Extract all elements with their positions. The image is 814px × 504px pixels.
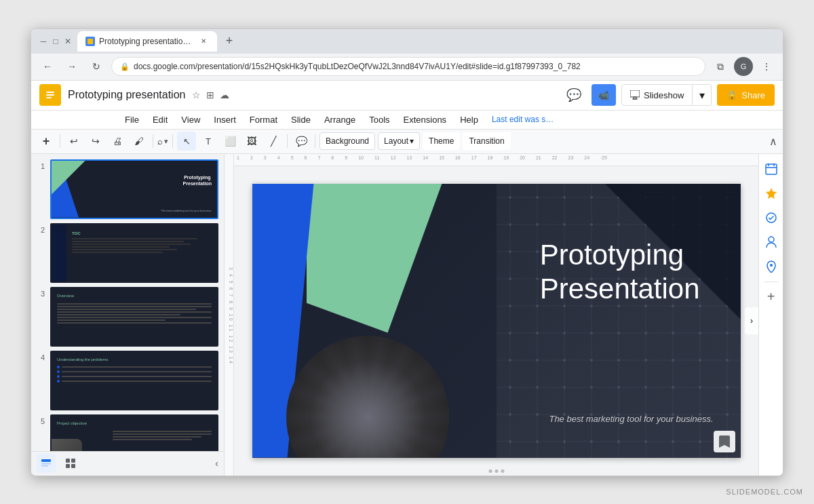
doc-icon <box>39 84 61 106</box>
background-btn[interactable]: Background <box>319 132 375 150</box>
doc-title-actions: ☆ ⊞ ☁ <box>192 90 229 100</box>
calendar-panel-btn[interactable] <box>762 159 781 178</box>
obj-line-4 <box>113 439 192 440</box>
canvas-bookmark-btn[interactable] <box>714 431 735 452</box>
menu-tools[interactable]: Tools <box>364 113 395 126</box>
menu-edit[interactable]: Edit <box>147 113 173 126</box>
comment-icon-btn[interactable]: 💬 <box>562 83 586 107</box>
slide1-subtitle: The best marketing tool for your busines… <box>161 209 212 212</box>
dot-4 <box>57 380 60 383</box>
svg-rect-10 <box>66 459 70 463</box>
menu-insert[interactable]: Insert <box>208 113 241 126</box>
print-btn[interactable]: 🖨 <box>108 132 127 151</box>
image-btn[interactable]: 🖼 <box>242 132 261 151</box>
browser-window: ─ □ ✕ Prototyping presentation - Goo… ✕ … <box>31 28 783 476</box>
lock-share-icon: 🔒 <box>726 90 737 100</box>
menu-file[interactable]: File <box>119 113 144 126</box>
location-icon <box>765 260 777 273</box>
comment-btn[interactable]: 💬 <box>292 132 311 151</box>
toc-line-6 <box>72 252 163 253</box>
star-icon[interactable]: ☆ <box>192 90 201 100</box>
slide-thumb-1[interactable]: 1 PrototypingPresentation The best marke… <box>37 159 218 219</box>
svg-rect-13 <box>71 464 75 468</box>
slide-main-title: Prototyping Presentation <box>540 238 700 307</box>
maximize-btn[interactable]: □ <box>52 37 60 45</box>
obj-line-2 <box>113 433 212 435</box>
list-view-btn[interactable] <box>37 454 56 473</box>
location-panel-btn[interactable] <box>762 257 781 276</box>
menu-extensions[interactable]: Extensions <box>398 113 452 126</box>
slideshow-btn[interactable]: Slideshow <box>621 84 693 106</box>
slide-thumb-4[interactable]: 4 Understanding the problems <box>37 351 218 410</box>
slideshow-dropdown-btn[interactable]: ▾ <box>693 84 712 106</box>
refresh-btn[interactable]: ↻ <box>87 57 106 76</box>
cursor-btn[interactable]: ↖ <box>177 132 196 151</box>
calendar-icon <box>765 163 777 175</box>
layout-btn[interactable]: Layout ▾ <box>378 132 420 150</box>
toc-line-3 <box>72 244 191 245</box>
collapse-panel-btn[interactable]: ‹ <box>215 458 218 469</box>
transition-btn[interactable]: Transition <box>463 132 510 150</box>
slide-num-5: 5 <box>37 417 45 425</box>
add-panel-btn[interactable]: + <box>762 288 781 307</box>
zoom-icon[interactable]: ⌕ <box>157 136 163 147</box>
toolbar-sep-2 <box>153 134 153 148</box>
layout-label: Layout <box>384 136 408 146</box>
grid-view-btn[interactable] <box>61 454 80 473</box>
slide-num-3: 3 <box>37 290 45 298</box>
profile-btn[interactable]: G <box>734 57 753 76</box>
redo-btn[interactable]: ↪ <box>86 132 105 151</box>
shapes-btn[interactable]: ⬜ <box>220 132 239 151</box>
line-btn[interactable]: ╱ <box>264 132 283 151</box>
back-btn[interactable]: ← <box>38 57 57 76</box>
paint-btn[interactable]: 🖌 <box>130 132 149 151</box>
url-text: docs.google.com/presentation/d/15s2HQskH… <box>134 62 581 71</box>
left-ruler-marks: 3 4 5 6 7 8 9 10 11 12 13 14 <box>229 267 233 365</box>
new-tab-btn[interactable]: + <box>220 32 239 51</box>
list-view-icon <box>41 458 52 469</box>
menu-slide[interactable]: Slide <box>286 113 316 126</box>
theme-btn[interactable]: Theme <box>423 132 460 150</box>
dot-1 <box>488 469 492 473</box>
menu-format[interactable]: Format <box>244 113 283 126</box>
check-panel-btn[interactable] <box>762 208 781 227</box>
slide-num-2: 2 <box>37 226 45 234</box>
slide-thumb-5[interactable]: 5 Project objective <box>37 414 218 451</box>
forward-btn[interactable]: → <box>62 57 81 76</box>
cloud-icon[interactable]: ☁ <box>220 90 229 100</box>
canvas-nav-right-btn[interactable]: › <box>745 307 758 334</box>
menu-help[interactable]: Help <box>454 113 484 126</box>
canvas-area[interactable]: Prototyping Presentation The best market… <box>234 166 758 476</box>
minimize-btn[interactable]: ─ <box>39 37 47 45</box>
menu-dots-btn[interactable]: ⋮ <box>757 57 776 76</box>
address-bar[interactable]: 🔒 docs.google.com/presentation/d/15s2HQs… <box>111 57 705 76</box>
overview-line-8 <box>57 322 212 324</box>
svg-rect-3 <box>46 97 52 98</box>
extensions-btn[interactable]: ⧉ <box>711 57 730 76</box>
overview-line-1 <box>57 303 212 305</box>
toolbar-collapse-btn[interactable]: ∧ <box>769 135 777 148</box>
tab-close-btn[interactable]: ✕ <box>198 36 209 47</box>
toolbar-sep-3 <box>172 134 173 148</box>
folder-icon[interactable]: ⊞ <box>206 90 214 100</box>
slide-thumb-2[interactable]: 2 TOC <box>37 223 218 283</box>
active-tab[interactable]: Prototyping presentation - Goo… ✕ <box>77 31 217 52</box>
close-btn[interactable]: ✕ <box>64 37 72 45</box>
toc-line-5 <box>72 249 177 250</box>
menu-view[interactable]: View <box>176 113 206 126</box>
svg-rect-1 <box>46 92 54 93</box>
menu-arrange[interactable]: Arrange <box>319 113 361 126</box>
watermark: SLIDEMODEL.COM <box>726 488 803 496</box>
share-btn[interactable]: 🔒 Share <box>717 84 775 106</box>
undo-btn[interactable]: ↩ <box>64 132 83 151</box>
meet-icon: 📹 <box>598 90 609 100</box>
add-btn[interactable]: + <box>37 132 56 151</box>
slide-panel: 1 PrototypingPresentation The best marke… <box>31 154 225 476</box>
meet-btn[interactable]: 📹 <box>592 84 616 106</box>
person-panel-btn[interactable] <box>762 233 781 252</box>
star-panel-btn[interactable] <box>762 184 781 203</box>
overview-line-2 <box>57 306 212 307</box>
slide-thumb-3[interactable]: 3 Overview <box>37 287 218 347</box>
text-btn[interactable]: T <box>199 132 218 151</box>
address-bar-row: ← → ↻ 🔒 docs.google.com/presentation/d/1… <box>31 54 783 81</box>
